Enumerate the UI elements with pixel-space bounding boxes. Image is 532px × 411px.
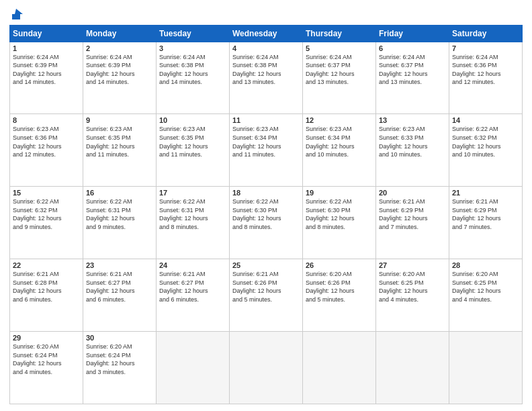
day-cell: 12Sunrise: 6:23 AM Sunset: 6:34 PM Dayli… (303, 114, 376, 187)
day-info: Sunrise: 6:20 AM Sunset: 6:26 PM Dayligh… (306, 270, 373, 304)
day-cell: 27Sunrise: 6:20 AM Sunset: 6:25 PM Dayli… (376, 259, 449, 332)
day-info: Sunrise: 6:21 AM Sunset: 6:28 PM Dayligh… (13, 270, 80, 304)
day-number: 20 (379, 189, 446, 197)
day-info: Sunrise: 6:21 AM Sunset: 6:29 PM Dayligh… (379, 197, 446, 231)
day-number: 3 (159, 44, 226, 52)
col-header-wednesday: Wednesday (230, 25, 303, 42)
day-number: 9 (86, 116, 153, 124)
header (9, 7, 523, 21)
day-cell: 21Sunrise: 6:21 AM Sunset: 6:29 PM Dayli… (449, 187, 523, 259)
week-row-2: 8Sunrise: 6:23 AM Sunset: 6:36 PM Daylig… (10, 114, 523, 187)
day-number: 17 (159, 189, 226, 197)
day-number: 18 (232, 189, 300, 197)
day-number: 7 (452, 44, 519, 52)
day-info: Sunrise: 6:23 AM Sunset: 6:34 PM Dayligh… (306, 125, 373, 158)
day-number: 19 (306, 189, 373, 197)
day-info: Sunrise: 6:24 AM Sunset: 6:37 PM Dayligh… (306, 53, 373, 87)
day-cell (376, 332, 449, 404)
day-cell: 13Sunrise: 6:23 AM Sunset: 6:33 PM Dayli… (376, 114, 449, 187)
day-cell: 7Sunrise: 6:24 AM Sunset: 6:36 PM Daylig… (449, 42, 523, 114)
day-info: Sunrise: 6:24 AM Sunset: 6:36 PM Dayligh… (452, 53, 519, 87)
day-number: 25 (232, 261, 300, 269)
day-cell (157, 332, 230, 404)
day-number: 13 (379, 116, 446, 124)
day-info: Sunrise: 6:20 AM Sunset: 6:24 PM Dayligh… (13, 342, 80, 376)
col-header-sunday: Sunday (10, 25, 83, 42)
day-cell: 17Sunrise: 6:22 AM Sunset: 6:31 PM Dayli… (157, 187, 230, 259)
day-cell: 6Sunrise: 6:24 AM Sunset: 6:37 PM Daylig… (376, 42, 449, 114)
day-cell: 11Sunrise: 6:23 AM Sunset: 6:34 PM Dayli… (230, 114, 303, 187)
col-header-tuesday: Tuesday (157, 25, 230, 42)
week-row-1: 1Sunrise: 6:24 AM Sunset: 6:39 PM Daylig… (10, 42, 523, 114)
day-number: 24 (159, 261, 226, 269)
calendar-body: 1Sunrise: 6:24 AM Sunset: 6:39 PM Daylig… (10, 42, 523, 404)
day-cell: 8Sunrise: 6:23 AM Sunset: 6:36 PM Daylig… (10, 114, 83, 187)
day-cell (230, 332, 303, 404)
day-cell: 29Sunrise: 6:20 AM Sunset: 6:24 PM Dayli… (10, 332, 83, 404)
day-info: Sunrise: 6:24 AM Sunset: 6:39 PM Dayligh… (86, 53, 153, 87)
day-number: 26 (306, 261, 373, 269)
day-number: 15 (13, 189, 80, 197)
day-cell: 9Sunrise: 6:23 AM Sunset: 6:35 PM Daylig… (83, 114, 157, 187)
day-number: 6 (379, 44, 446, 52)
day-cell: 2Sunrise: 6:24 AM Sunset: 6:39 PM Daylig… (83, 42, 157, 114)
day-number: 12 (306, 116, 373, 124)
svg-marker-0 (12, 9, 23, 19)
day-cell: 19Sunrise: 6:22 AM Sunset: 6:30 PM Dayli… (303, 187, 376, 259)
day-number: 21 (452, 189, 519, 197)
day-number: 28 (452, 261, 519, 269)
day-number: 1 (13, 44, 80, 52)
day-number: 29 (13, 334, 80, 342)
day-cell: 16Sunrise: 6:22 AM Sunset: 6:31 PM Dayli… (83, 187, 157, 259)
day-info: Sunrise: 6:21 AM Sunset: 6:27 PM Dayligh… (86, 270, 153, 304)
col-header-saturday: Saturday (449, 25, 523, 42)
calendar-table: SundayMondayTuesdayWednesdayThursdayFrid… (9, 25, 523, 404)
col-header-monday: Monday (83, 25, 157, 42)
day-info: Sunrise: 6:24 AM Sunset: 6:38 PM Dayligh… (232, 53, 300, 87)
day-cell: 24Sunrise: 6:21 AM Sunset: 6:27 PM Dayli… (157, 259, 230, 332)
day-cell: 1Sunrise: 6:24 AM Sunset: 6:39 PM Daylig… (10, 42, 83, 114)
day-number: 16 (86, 189, 153, 197)
day-cell: 20Sunrise: 6:21 AM Sunset: 6:29 PM Dayli… (376, 187, 449, 259)
day-cell: 15Sunrise: 6:22 AM Sunset: 6:32 PM Dayli… (10, 187, 83, 259)
day-number: 11 (232, 116, 300, 124)
day-info: Sunrise: 6:21 AM Sunset: 6:29 PM Dayligh… (452, 197, 519, 231)
week-row-3: 15Sunrise: 6:22 AM Sunset: 6:32 PM Dayli… (10, 187, 523, 259)
day-info: Sunrise: 6:22 AM Sunset: 6:32 PM Dayligh… (13, 197, 80, 231)
day-info: Sunrise: 6:20 AM Sunset: 6:25 PM Dayligh… (452, 270, 519, 304)
day-info: Sunrise: 6:22 AM Sunset: 6:30 PM Dayligh… (306, 197, 373, 231)
day-number: 4 (232, 44, 300, 52)
day-number: 27 (379, 261, 446, 269)
day-info: Sunrise: 6:23 AM Sunset: 6:35 PM Dayligh… (159, 125, 226, 158)
page: SundayMondayTuesdayWednesdayThursdayFrid… (0, 0, 532, 411)
day-cell: 26Sunrise: 6:20 AM Sunset: 6:26 PM Dayli… (303, 259, 376, 332)
day-number: 14 (452, 116, 519, 124)
day-number: 30 (86, 334, 153, 342)
day-number: 22 (13, 261, 80, 269)
day-cell: 10Sunrise: 6:23 AM Sunset: 6:35 PM Dayli… (157, 114, 230, 187)
day-cell: 30Sunrise: 6:20 AM Sunset: 6:24 PM Dayli… (83, 332, 157, 404)
day-info: Sunrise: 6:24 AM Sunset: 6:38 PM Dayligh… (159, 53, 226, 87)
day-number: 8 (13, 116, 80, 124)
day-cell: 25Sunrise: 6:21 AM Sunset: 6:26 PM Dayli… (230, 259, 303, 332)
day-cell (303, 332, 376, 404)
day-cell: 3Sunrise: 6:24 AM Sunset: 6:38 PM Daylig… (157, 42, 230, 114)
day-info: Sunrise: 6:24 AM Sunset: 6:37 PM Dayligh… (379, 53, 446, 87)
logo (9, 7, 24, 21)
day-cell: 4Sunrise: 6:24 AM Sunset: 6:38 PM Daylig… (230, 42, 303, 114)
day-number: 23 (86, 261, 153, 269)
day-cell (449, 332, 523, 404)
day-info: Sunrise: 6:22 AM Sunset: 6:31 PM Dayligh… (159, 197, 226, 231)
calendar-header-row: SundayMondayTuesdayWednesdayThursdayFrid… (10, 25, 523, 42)
day-info: Sunrise: 6:23 AM Sunset: 6:34 PM Dayligh… (232, 125, 300, 158)
day-cell: 14Sunrise: 6:22 AM Sunset: 6:32 PM Dayli… (449, 114, 523, 187)
day-info: Sunrise: 6:21 AM Sunset: 6:27 PM Dayligh… (159, 270, 226, 304)
day-cell: 28Sunrise: 6:20 AM Sunset: 6:25 PM Dayli… (449, 259, 523, 332)
day-cell: 5Sunrise: 6:24 AM Sunset: 6:37 PM Daylig… (303, 42, 376, 114)
day-number: 5 (306, 44, 373, 52)
col-header-friday: Friday (376, 25, 449, 42)
day-info: Sunrise: 6:23 AM Sunset: 6:36 PM Dayligh… (13, 125, 80, 158)
day-number: 10 (159, 116, 226, 124)
col-header-thursday: Thursday (303, 25, 376, 42)
day-info: Sunrise: 6:22 AM Sunset: 6:32 PM Dayligh… (452, 125, 519, 158)
